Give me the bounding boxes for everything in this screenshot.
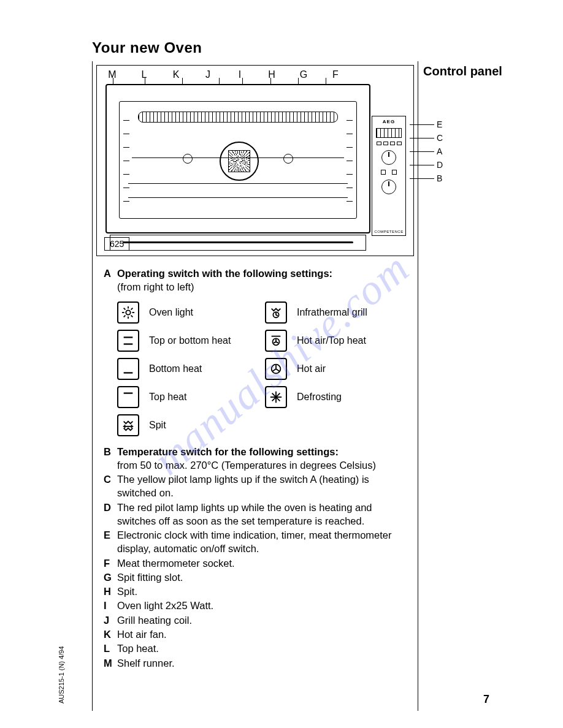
section-title-control-panel: Control panel — [423, 64, 502, 78]
spit-icon — [132, 157, 344, 158]
setting-label: Top or bottom heat — [149, 334, 261, 347]
label-c: C — [437, 133, 443, 143]
control-panel: AEG COMPETENCE — [372, 116, 406, 236]
section-b-heading: Temperature switch for the following set… — [117, 446, 339, 457]
section-a-sub: (from right to left) — [117, 281, 194, 292]
letter-c: C — [104, 472, 117, 486]
setting-label: Bottom heat — [149, 362, 261, 376]
letter-f: F — [104, 556, 117, 570]
oven-cavity — [119, 101, 357, 219]
temperature-knob-icon — [381, 180, 396, 194]
letter-e: E — [104, 528, 117, 542]
grill-element-icon — [138, 112, 338, 123]
item-text: Meat thermometer socket. — [117, 556, 409, 570]
model-number: 625 — [104, 237, 129, 251]
item-text: Shelf runner. — [117, 656, 409, 670]
item-text: Hot air fan. — [117, 628, 409, 641]
item-text: Top heat. — [117, 642, 409, 655]
settings-icons-grid: Oven light Infrathermal grill Top or bot… — [117, 301, 409, 436]
label-b: B — [437, 173, 442, 183]
setting-label: Top heat — [149, 390, 261, 404]
top-bottom-heat-icon — [117, 330, 139, 352]
oven-outer: AEG COMPETENCE — [105, 84, 370, 233]
item-text: Oven light 2x25 Watt. — [117, 599, 409, 612]
clock-display-icon — [376, 128, 402, 138]
label-e: E — [437, 119, 442, 129]
competence-label: COMPETENCE — [372, 230, 405, 233]
letter-g: G — [104, 571, 117, 584]
bottom-heat-icon — [117, 358, 139, 380]
oven-light-icon — [117, 301, 139, 324]
content-column: M L K J I H G F AE — [92, 61, 418, 711]
item-text: The red pilot lamp lights up while the o… — [117, 501, 409, 528]
svg-point-0 — [126, 310, 130, 314]
setting-label: Hot air/Top heat — [297, 334, 409, 347]
svg-line-5 — [124, 308, 126, 309]
setting-label: Spit — [149, 419, 261, 432]
letter-l: L — [104, 642, 117, 655]
section-a-heading: Operating switch with the following sett… — [117, 268, 332, 279]
defrost-icon — [265, 386, 287, 408]
infrathermal-grill-icon — [265, 301, 287, 324]
setting-label: Hot air — [297, 362, 409, 376]
operating-knob-icon — [381, 150, 396, 165]
svg-line-6 — [131, 315, 133, 317]
label-d: D — [437, 160, 443, 170]
setting-label: Oven light — [149, 306, 261, 319]
item-text: Spit. — [117, 585, 409, 598]
letter-d: D — [104, 501, 117, 514]
shelf — [128, 183, 348, 184]
label-a: A — [437, 146, 442, 156]
letter-k: K — [104, 628, 117, 641]
pilot-lamps-icon — [372, 170, 405, 175]
svg-line-7 — [124, 315, 126, 317]
oven-door — [110, 235, 366, 251]
item-text: Spit fitting slot. — [117, 571, 409, 584]
page-title: Your new Oven — [92, 39, 202, 56]
spit-setting-icon — [117, 414, 139, 436]
hot-air-icon — [265, 358, 287, 380]
top-heat-icon — [117, 386, 139, 408]
item-text: Grill heating coil. — [117, 613, 409, 627]
shelf — [128, 197, 348, 198]
oven-diagram: M L K J I H G F AE — [96, 65, 414, 256]
letter-a: A — [104, 267, 117, 280]
hotair-top-heat-icon — [265, 330, 287, 352]
letter-j: J — [104, 613, 117, 627]
brand-label: AEG — [372, 119, 405, 124]
document-reference: AUS215-1 (N) 4/94 — [58, 646, 65, 703]
item-text: The yellow pilot lamp lights up if the s… — [117, 472, 409, 500]
setting-label: Infrathermal grill — [297, 306, 409, 319]
letter-b: B — [104, 445, 117, 458]
letter-i: I — [104, 599, 117, 612]
page-number: 7 — [483, 693, 489, 706]
fan-icon — [220, 142, 259, 181]
letter-h: H — [104, 585, 117, 598]
body-text: A Operating switch with the following se… — [93, 262, 418, 670]
svg-line-8 — [131, 308, 133, 309]
item-text: Electronic clock with time indication, t… — [117, 528, 409, 556]
section-b-text: from 50 to max. 270°C (Temperatures in d… — [117, 460, 376, 471]
letter-m: M — [104, 656, 117, 670]
diagram-right-labels: E C A D B — [410, 119, 443, 183]
setting-label: Defrosting — [297, 390, 409, 404]
